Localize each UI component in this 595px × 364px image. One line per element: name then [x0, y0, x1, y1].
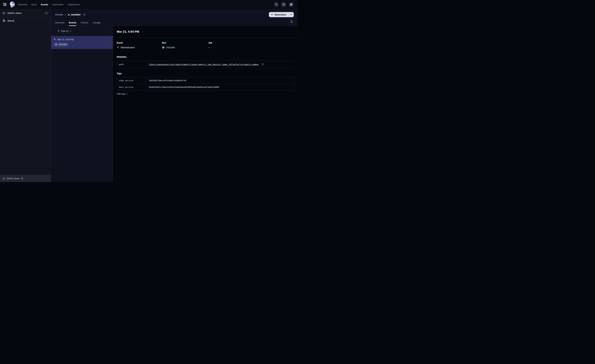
events-list-panel: Type (2) Mar 21, 4:54 PM: [51, 26, 113, 182]
chevron-down-icon: [70, 31, 71, 32]
job-value: —: [208, 46, 294, 49]
materialization-sparkle-icon: [53, 38, 56, 41]
job-column-label: Job: [208, 42, 294, 44]
event-detail-panel: Mar 21, 4:54 PM Event Run Job Ma: [113, 26, 298, 182]
filter-label: Type (2): [61, 30, 69, 32]
tab-overview[interactable]: Overview: [55, 19, 64, 26]
code-location-footer: 250321-dvers: [0, 175, 51, 182]
event-type-value: Materialization: [117, 46, 162, 49]
sidebar-item-location[interactable]: 250321-dvers 1: [0, 9, 51, 17]
asset-count-badge: 1: [44, 11, 49, 15]
breadcrumb-assets-link[interactable]: Assets: [55, 13, 63, 16]
copy-path-icon[interactable]: [261, 63, 264, 66]
tag-value: 5816d76e51c13dac22e3fa182a654aa2d526fb50…: [147, 84, 294, 91]
page-title: a_number: [68, 13, 81, 16]
materialize-dropdown-caret-icon[interactable]: [288, 12, 294, 17]
table-row: data_version 5816d76e51c13dac22e3fa182a6…: [117, 84, 294, 91]
run-success-icon: [162, 46, 165, 49]
table-row: code_version 2fd32b85-59be-4d7d-8d6e-943…: [117, 77, 294, 84]
asset-group-icon: [2, 19, 6, 22]
chevron-right-icon: [64, 14, 66, 16]
tags-table: code_version 2fd32b85-59be-4d7d-8d6e-943…: [117, 77, 294, 91]
primary-nav: Overview Runs Assets Automation Deployme…: [18, 3, 80, 6]
tag-key: code_version: [117, 77, 147, 84]
copy-asset-key-icon[interactable]: [83, 13, 86, 16]
folder-icon: [2, 12, 6, 14]
event-detail-title: Mar 21, 4:54 PM: [113, 26, 298, 34]
top-nav: Overview Runs Assets Automation Deployme…: [0, 0, 298, 9]
run-value: 2fd32b85: [162, 46, 208, 49]
materialize-split-button: Materialize: [269, 12, 294, 17]
tab-checks[interactable]: Checks: [81, 19, 88, 26]
asset-detail-main: Assets a_number: [51, 9, 298, 182]
dagster-logo-icon[interactable]: [9, 1, 16, 8]
tag-key: data_version: [117, 84, 147, 91]
breadcrumb: Assets a_number: [55, 13, 86, 16]
metadata-key: path: [117, 61, 147, 68]
table-row: path /Users/smackesey/stm/code/elementl/…: [117, 61, 294, 68]
svg-text:?: ?: [283, 3, 284, 5]
hamburger-menu-icon[interactable]: [2, 2, 7, 7]
event-run-id: 2fd32b85: [58, 43, 67, 46]
nav-item-deployment[interactable]: Deployment: [68, 3, 80, 6]
sidebar-group-label: default: [7, 19, 14, 22]
materialize-label: Materialize: [275, 14, 286, 16]
event-run-chip[interactable]: 2fd32b85: [53, 42, 69, 47]
code-location-label: 250321-dvers: [7, 177, 20, 180]
run-column-label: Run: [162, 42, 208, 44]
filter-funnel-icon: [57, 30, 60, 32]
event-timestamp: Mar 21, 4:54 PM: [57, 38, 74, 41]
hide-tags-button[interactable]: Hide tags ▲: [117, 93, 128, 95]
tags-heading: Tags: [117, 72, 294, 75]
event-run-job-grid: Event Run Job Materialization: [113, 38, 298, 49]
folder-icon: [2, 177, 5, 180]
event-type-filter-button[interactable]: Type (2): [55, 28, 73, 34]
nav-utility-icons: ?: [273, 2, 295, 7]
settings-gear-icon[interactable]: [288, 2, 294, 7]
metadata-heading: Metadata: [117, 56, 294, 58]
nav-item-runs[interactable]: Runs: [31, 3, 36, 6]
chevron-up-icon: ▲: [126, 93, 128, 95]
asset-header: Assets a_number: [51, 9, 298, 26]
tags-section: Tags code_version 2fd32b85-59be-4d7d-8d6…: [113, 68, 298, 95]
metadata-path-link[interactable]: /Users/smackesey/stm/code/elementl/exper…: [149, 63, 259, 66]
nav-item-overview[interactable]: Overview: [18, 3, 27, 6]
tag-value: 2fd32b85-59be-4d7d-8d6e-943b6b3d73cf: [147, 77, 294, 84]
sidebar-location-label: 250321-dvers: [7, 12, 22, 14]
materialize-button[interactable]: Materialize: [269, 12, 288, 17]
tab-events[interactable]: Events: [69, 19, 76, 26]
event-column-label: Event: [117, 42, 162, 44]
nav-item-automation[interactable]: Automation: [52, 3, 64, 6]
event-type-label: Materialization: [121, 46, 135, 49]
sidebar-item-group-default[interactable]: default: [0, 17, 51, 24]
nav-item-assets[interactable]: Assets: [41, 3, 48, 6]
hide-tags-label: Hide tags: [117, 93, 125, 95]
dagster-app: Overview Runs Assets Automation Deployme…: [0, 0, 298, 182]
refresh-icon[interactable]: [289, 19, 294, 25]
run-id-link[interactable]: 2fd32b85: [166, 46, 175, 49]
asset-catalog-sidebar: 250321-dvers 1 default 250321-dvers: [0, 9, 51, 182]
tab-lineage[interactable]: Lineage: [92, 19, 101, 26]
materialization-sparkle-icon: [117, 46, 120, 49]
reload-location-icon[interactable]: [21, 177, 23, 180]
help-icon[interactable]: ?: [281, 2, 287, 7]
metadata-section: Metadata path /Users/smackesey/stm/code/…: [113, 49, 298, 68]
run-target-icon: [55, 43, 57, 46]
asset-tabs: Overview Events Checks Lineage: [51, 18, 298, 26]
event-list-item-selected[interactable]: Mar 21, 4:54 PM 2fd32b85: [51, 36, 113, 49]
search-icon[interactable]: [273, 2, 279, 7]
metadata-table: path /Users/smackesey/stm/code/elementl/…: [117, 61, 294, 68]
sparkle-icon: [271, 13, 273, 16]
